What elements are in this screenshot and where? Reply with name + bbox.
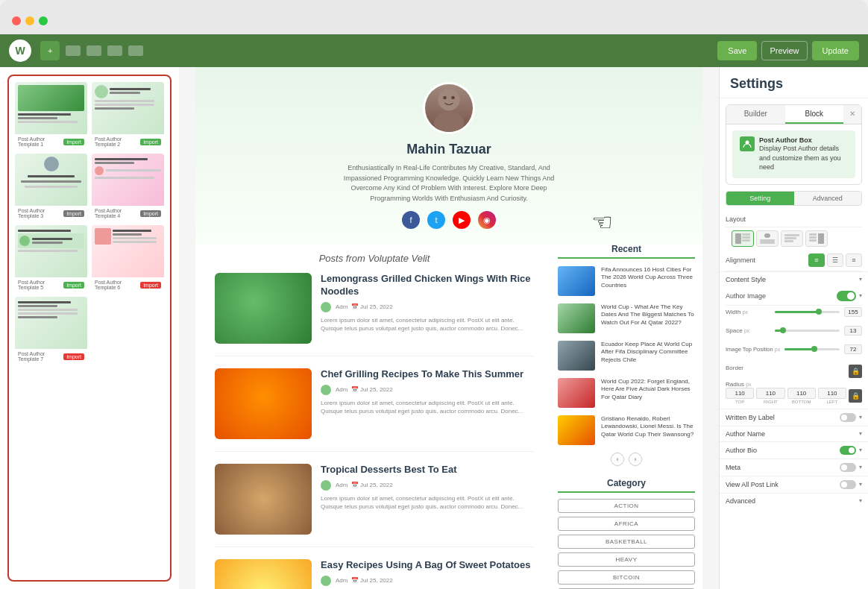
post-author-icon <box>740 136 755 151</box>
layout-opt-4[interactable] <box>805 230 828 247</box>
border-right-input: 110 RIGHT <box>756 388 784 404</box>
category-tag-basketball[interactable]: BASKETBALL <box>558 535 695 549</box>
template-import-button[interactable]: Import <box>63 210 84 217</box>
template-import-button[interactable]: Import <box>140 139 161 145</box>
tab-setting[interactable]: Setting <box>726 192 794 205</box>
facebook-icon[interactable]: f <box>402 211 420 229</box>
post-meta-text: Adm 📅 Jul 25, 2022 <box>336 386 393 393</box>
meta-toggle[interactable] <box>840 463 856 472</box>
width-slider-track[interactable] <box>775 311 840 313</box>
template-import-button[interactable]: Import <box>63 139 84 145</box>
template-import-button[interactable]: Import <box>140 282 161 289</box>
youtube-icon[interactable]: ▶ <box>453 211 471 229</box>
next-page-button[interactable]: › <box>629 453 642 466</box>
border-right-value[interactable]: 110 <box>756 388 784 399</box>
align-center[interactable]: ☰ <box>827 253 843 267</box>
template-import-button[interactable]: Import <box>140 210 161 217</box>
category-tag-action[interactable]: ACTION <box>558 499 695 513</box>
meta-accordion[interactable]: Meta ▾ <box>720 459 868 476</box>
dot-green[interactable] <box>39 16 48 25</box>
list-item[interactable]: Post Author Template 5 Import <box>15 225 87 292</box>
post-author-box: Post Author Box Display Post Author deta… <box>732 130 855 178</box>
post-title: Lemongrass Grilled Chicken Wings With Ri… <box>321 273 534 298</box>
written-by-toggle[interactable] <box>840 413 856 422</box>
post-thumbnail <box>215 368 312 439</box>
space-slider-row: Space px 13 <box>726 326 862 336</box>
post-image <box>215 559 312 589</box>
builder-panel: Builder Block ✕ Post Author Box Display … <box>726 104 862 185</box>
view-all-toggle[interactable] <box>840 480 856 489</box>
view-all-accordion[interactable]: View All Post Link ▾ <box>720 476 868 493</box>
image-top-slider-thumb[interactable] <box>811 346 817 352</box>
width-slider-thumb[interactable] <box>816 309 822 315</box>
author-bio-toggle[interactable] <box>840 446 856 455</box>
lock-icon[interactable]: 🔒 <box>849 365 862 378</box>
content-style-accordion[interactable]: Content Style ▾ <box>720 271 868 287</box>
list-item[interactable]: Post Author Template 4 Import <box>92 154 164 221</box>
tab-builder[interactable]: Builder <box>726 105 785 124</box>
align-left[interactable]: ≡ <box>808 253 825 267</box>
list-item[interactable]: Post Author Template 6 Import <box>92 225 164 292</box>
update-button[interactable]: Update <box>812 41 859 60</box>
dot-yellow[interactable] <box>25 16 34 25</box>
dot-red[interactable] <box>12 16 21 25</box>
post-author-avatar <box>321 302 331 312</box>
image-top-slider-track[interactable] <box>784 348 840 350</box>
layout-label: Layout <box>726 215 746 223</box>
svg-point-1 <box>434 112 464 132</box>
category-tag-africa[interactable]: AFRICA <box>558 517 695 531</box>
toolbar-icon-3 <box>107 45 122 56</box>
list-item[interactable]: Post Author Template 3 Import <box>15 154 87 221</box>
list-item[interactable]: Post Author Template 1 Import <box>15 82 87 149</box>
list-item[interactable]: Post Author Template 2 Import <box>92 82 164 149</box>
list-item[interactable]: Post Author Template 7 Import <box>15 297 87 364</box>
advanced-accordion[interactable]: Advanced ▾ <box>720 493 868 508</box>
table-row: Tropical Desserts Best To Eat Adm 📅 Jul … <box>215 464 534 547</box>
recent-title: Fifa Announces 16 Host Cities For The 20… <box>601 266 695 289</box>
category-tag-bitcoin[interactable]: BITCOIN <box>558 570 695 585</box>
recent-thumb <box>558 341 595 371</box>
template-label: Post Author Template 6 <box>95 280 140 290</box>
template-import-button[interactable]: Import <box>63 282 84 289</box>
author-name-accordion[interactable]: Author Name ▾ <box>720 426 868 441</box>
border-bottom-value[interactable]: 110 <box>787 388 816 399</box>
template-footer: Post Author Template 6 Import <box>92 277 164 292</box>
layout-opt-1[interactable] <box>732 230 754 247</box>
tab-advanced[interactable]: Advanced <box>794 192 862 205</box>
tab-block[interactable]: Block <box>785 105 844 124</box>
chevron-down-icon: ▾ <box>859 447 862 453</box>
author-image-toggle[interactable] <box>837 291 856 301</box>
add-button[interactable]: + <box>40 41 60 60</box>
alignment-label: Alignment <box>726 256 755 264</box>
accordion-controls: ▾ <box>840 446 862 455</box>
setting-advanced-tabs: Setting Advanced <box>726 191 862 206</box>
view-all-label: View All Post Link <box>726 481 779 488</box>
prev-page-button[interactable]: ‹ <box>611 453 624 466</box>
table-row: Easy Recipes Using A Bag Of Sweet Potato… <box>215 559 534 589</box>
border-top-value[interactable]: 110 <box>726 388 754 399</box>
instagram-icon[interactable]: ◉ <box>478 211 496 229</box>
avatar <box>423 82 475 134</box>
close-panel-button[interactable]: ✕ <box>843 105 861 124</box>
preview-button[interactable]: Preview <box>761 41 807 60</box>
save-button[interactable]: Save <box>717 41 757 60</box>
layout-opt-2[interactable] <box>756 230 779 247</box>
author-bio-accordion[interactable]: Author Bio ▾ <box>720 441 868 459</box>
template-import-button[interactable]: Import <box>63 353 84 360</box>
layout-opt-3[interactable] <box>781 230 803 247</box>
wp-toolbar: W + Save Preview Update <box>0 34 868 67</box>
space-slider-track[interactable] <box>775 330 840 332</box>
space-slider-thumb[interactable] <box>780 327 786 333</box>
toolbar-icon-1 <box>66 45 81 56</box>
author-name: Mahin Tazuar <box>210 142 688 157</box>
template-label: Post Author Template 4 <box>95 208 140 218</box>
twitter-icon[interactable]: t <box>427 211 445 229</box>
author-name-label: Author Name <box>726 430 765 438</box>
category-tag-heavy[interactable]: HEAVY <box>558 552 695 567</box>
written-by-accordion[interactable]: Written By Label ▾ <box>720 409 868 426</box>
template-thumb <box>92 82 164 134</box>
lock-icon-inline[interactable]: 🔒 <box>849 389 862 403</box>
align-right[interactable]: ≡ <box>846 253 862 267</box>
border-left-value[interactable]: 110 <box>818 388 846 399</box>
alignment-row: Alignment ≡ ☰ ≡ <box>726 250 862 271</box>
